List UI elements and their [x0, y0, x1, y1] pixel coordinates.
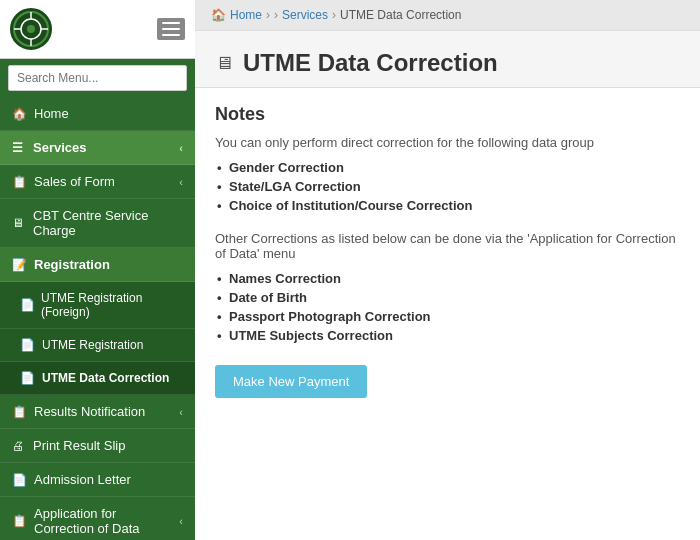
sidebar-item-services[interactable]: ☰ Services ‹ — [0, 131, 195, 165]
results-icon: 📋 — [12, 405, 27, 419]
print-icon: 🖨 — [12, 439, 26, 453]
list-item: Date of Birth — [229, 288, 680, 307]
breadcrumb-separator: › — [266, 8, 270, 22]
chevron-icon: ‹ — [179, 176, 183, 188]
notes-heading: Notes — [215, 104, 680, 125]
make-payment-button[interactable]: Make New Payment — [215, 365, 367, 398]
main-content: 🏠 Home › › Services › UTME Data Correcti… — [195, 0, 700, 540]
sidebar-item-utme-reg[interactable]: 📄 UTME Registration — [0, 329, 195, 362]
sidebar-item-registration[interactable]: 📝 Registration — [0, 248, 195, 282]
breadcrumb-separator3: › — [332, 8, 336, 22]
sidebar-item-print[interactable]: 🖨 Print Result Slip — [0, 429, 195, 463]
breadcrumb-separator2: › — [274, 8, 278, 22]
sidebar: 🏠 Home ☰ Services ‹ 📋 Sales of Form ‹ 🖥 … — [0, 0, 195, 540]
cbt-icon: 🖥 — [12, 216, 26, 230]
reg-icon: 📝 — [12, 258, 27, 272]
logo — [10, 8, 52, 50]
doc-icon: 📄 — [20, 338, 35, 352]
svg-point-2 — [27, 25, 35, 33]
direct-corrections-list: Gender Correction State/LGA Correction C… — [215, 158, 680, 215]
hamburger-icon[interactable] — [157, 18, 185, 40]
sidebar-item-results[interactable]: 📋 Results Notification ‹ — [0, 395, 195, 429]
page-header: 🖥 UTME Data Correction — [195, 31, 700, 88]
list-item: Names Correction — [229, 269, 680, 288]
chevron-icon: ‹ — [179, 515, 183, 527]
doc-icon: 📄 — [20, 371, 35, 385]
doc-icon: 📄 — [20, 298, 34, 312]
breadcrumb: 🏠 Home › › Services › UTME Data Correcti… — [195, 0, 700, 31]
sidebar-item-sales[interactable]: 📋 Sales of Form ‹ — [0, 165, 195, 199]
sidebar-item-utme-foreign[interactable]: 📄 UTME Registration (Foreign) — [0, 282, 195, 329]
list-item: Passport Photograph Correction — [229, 307, 680, 326]
page-icon: 🖥 — [215, 53, 233, 74]
sidebar-logo — [0, 0, 195, 59]
content-area: Notes You can only perform direct correc… — [195, 88, 700, 540]
chevron-icon: ‹ — [179, 142, 183, 154]
notes-intro: You can only perform direct correction f… — [215, 135, 680, 150]
breadcrumb-services[interactable]: Services — [282, 8, 328, 22]
services-icon: ☰ — [12, 141, 26, 155]
sidebar-item-cbt[interactable]: 🖥 CBT Centre Service Charge — [0, 199, 195, 248]
list-item: Gender Correction — [229, 158, 680, 177]
home-icon: 🏠 — [211, 8, 226, 22]
sidebar-item-utme-correction[interactable]: 📄 UTME Data Correction — [0, 362, 195, 395]
list-item: Choice of Institution/Course Correction — [229, 196, 680, 215]
list-item: State/LGA Correction — [229, 177, 680, 196]
search-input[interactable] — [8, 65, 187, 91]
breadcrumb-home[interactable]: Home — [230, 8, 262, 22]
sidebar-item-app-correction[interactable]: 📋 Application for Correction of Data ‹ — [0, 497, 195, 540]
breadcrumb-current: UTME Data Correction — [340, 8, 461, 22]
list-item: UTME Subjects Correction — [229, 326, 680, 345]
other-corrections-list: Names Correction Date of Birth Passport … — [215, 269, 680, 345]
sales-icon: 📋 — [12, 175, 27, 189]
home-icon: 🏠 — [12, 107, 27, 121]
search-box — [0, 59, 195, 97]
app-icon: 📋 — [12, 514, 27, 528]
sidebar-item-admission[interactable]: 📄 Admission Letter — [0, 463, 195, 497]
other-corrections-text: Other Corrections as listed below can be… — [215, 231, 680, 261]
page-title: UTME Data Correction — [243, 49, 498, 77]
admission-icon: 📄 — [12, 473, 27, 487]
sidebar-item-home[interactable]: 🏠 Home — [0, 97, 195, 131]
chevron-icon: ‹ — [179, 406, 183, 418]
